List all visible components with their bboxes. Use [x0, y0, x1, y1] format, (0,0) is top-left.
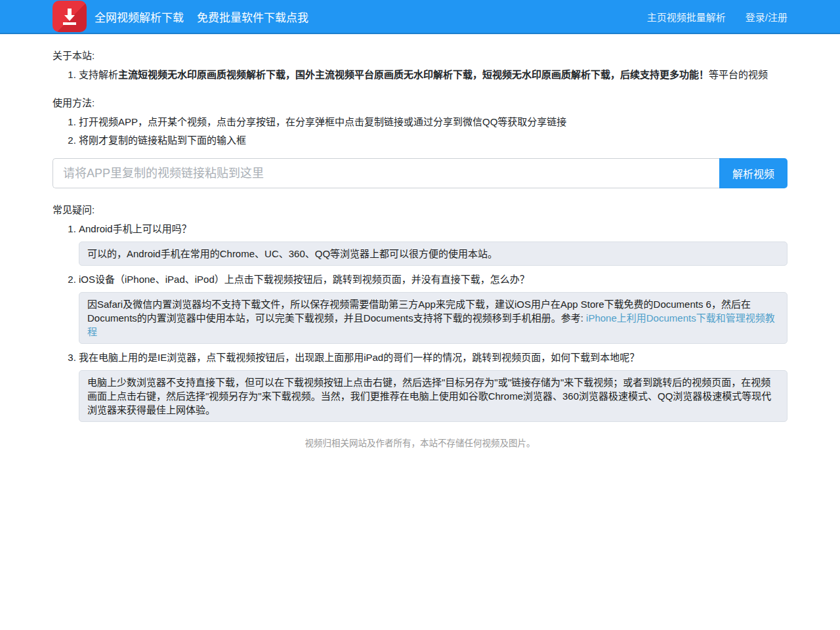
nav-link-batch-parse[interactable]: 主页视频批量解析 — [647, 10, 726, 24]
nav-links: 主页视频批量解析 登录/注册 — [647, 10, 788, 24]
usage-heading: 使用方法: — [52, 95, 788, 109]
faq-answer: 电脑上少数浏览器不支持直接下载，但可以在下载视频按钮上点击右键，然后选择"目标另… — [79, 370, 788, 422]
faq-answer: 因Safari及微信内置浏览器均不支持下载文件，所以保存视频需要借助第三方App… — [79, 292, 788, 344]
about-bold-text: 主流短视频无水印原画质视频解析下载，国外主流视频平台原画质无水印解析下载，短视频… — [118, 69, 709, 80]
faq-item: Android手机上可以用吗？ 可以的，Android手机在常用的Chrome、… — [79, 222, 788, 266]
promo-link[interactable]: 免费批量软件下载点我 — [197, 9, 308, 25]
site-logo[interactable] — [52, 1, 87, 32]
faq-question: Android手机上可以用吗？ — [79, 222, 788, 236]
usage-step: 将刚才复制的链接粘贴到下面的输入框 — [79, 133, 788, 147]
site-title[interactable]: 全网视频解析下载 — [94, 9, 184, 25]
faq-answer: 可以的，Android手机在常用的Chrome、UC、360、QQ等浏览器上都可… — [79, 242, 788, 266]
about-suffix: 等平台的视频 — [709, 69, 768, 80]
download-icon — [60, 7, 79, 26]
faq-item: 我在电脑上用的是IE浏览器，点下载视频按钮后，出现跟上面那用iPad的哥们一样的… — [79, 350, 788, 422]
video-link-input[interactable] — [52, 158, 719, 188]
faq-heading: 常见疑问: — [52, 202, 788, 216]
about-item: 支持解析主流短视频无水印原画质视频解析下载，国外主流视频平台原画质无水印解析下载… — [79, 68, 788, 81]
faq-item: iOS设备（iPhone、iPad、iPod）上点击下载视频按钮后，跳转到视频页… — [79, 272, 788, 344]
top-navbar: 全网视频解析下载 免费批量软件下载点我 主页视频批量解析 登录/注册 — [0, 0, 840, 34]
nav-link-login-register[interactable]: 登录/注册 — [746, 10, 788, 24]
usage-step: 打开视频APP，点开某个视频，点击分享按钮，在分享弹框中点击复制链接或通过分享到… — [79, 115, 788, 129]
brand-area: 全网视频解析下载 免费批量软件下载点我 — [94, 9, 308, 25]
faq-list: Android手机上可以用吗？ 可以的，Android手机在常用的Chrome、… — [52, 222, 788, 422]
footer-disclaimer: 视频归相关网站及作者所有，本站不存储任何视频及图片。 — [52, 436, 788, 449]
main-content: 关于本站: 支持解析主流短视频无水印原画质视频解析下载，国外主流视频平台原画质无… — [52, 48, 788, 449]
faq-question: iOS设备（iPhone、iPad、iPod）上点击下载视频按钮后，跳转到视频页… — [79, 272, 788, 286]
about-heading: 关于本站: — [52, 48, 788, 62]
parse-video-button[interactable]: 解析视频 — [719, 158, 788, 188]
usage-list: 打开视频APP，点开某个视频，点击分享按钮，在分享弹框中点击复制链接或通过分享到… — [52, 115, 788, 147]
about-list: 支持解析主流短视频无水印原画质视频解析下载，国外主流视频平台原画质无水印解析下载… — [52, 68, 788, 81]
faq-question: 我在电脑上用的是IE浏览器，点下载视频按钮后，出现跟上面那用iPad的哥们一样的… — [79, 350, 788, 364]
about-prefix: 支持解析 — [79, 69, 118, 80]
parse-input-group: 解析视频 — [52, 158, 788, 188]
